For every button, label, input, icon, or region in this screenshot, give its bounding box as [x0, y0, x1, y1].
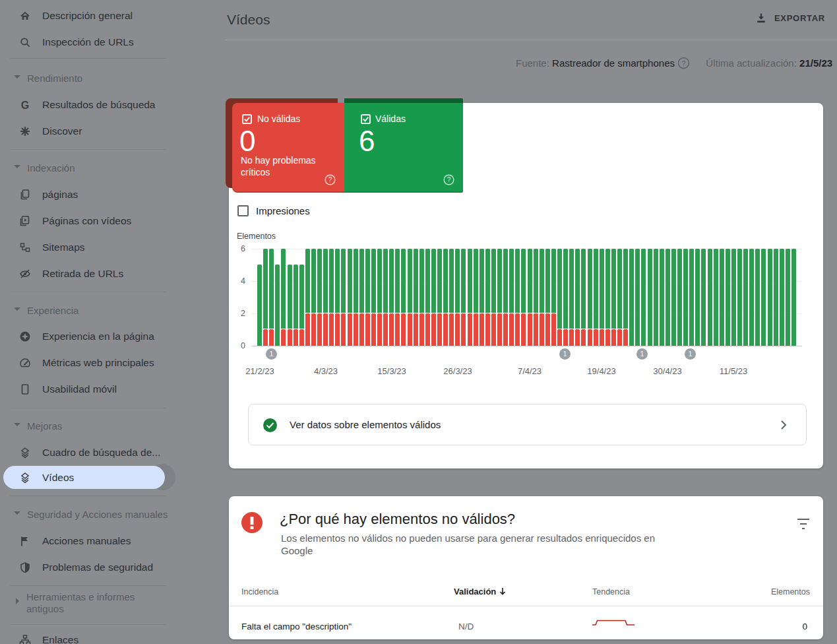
- svg-text:?: ?: [682, 59, 686, 67]
- svg-text:?: ?: [328, 176, 332, 183]
- svg-text:?: ?: [447, 176, 451, 183]
